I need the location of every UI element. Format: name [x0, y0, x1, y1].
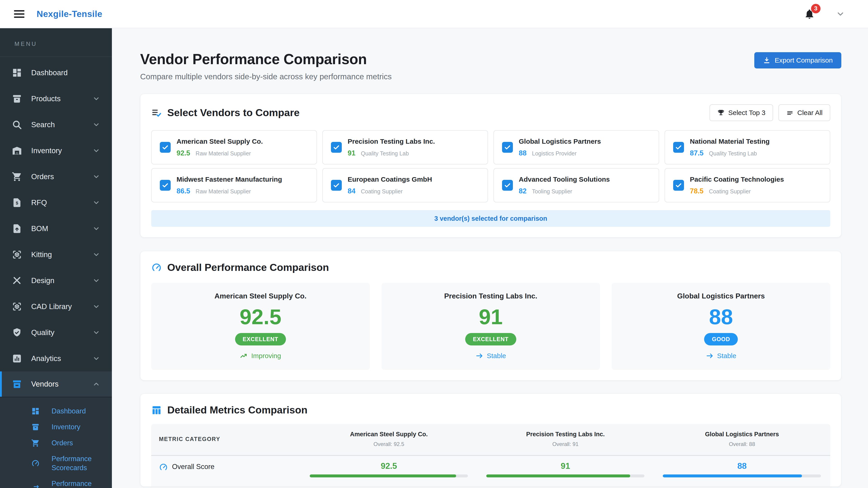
vendor-score: 86.5	[177, 187, 190, 195]
submenu-item-performance-scorecards[interactable]: Performance Scorecards	[0, 451, 112, 476]
overall-score: 88	[616, 306, 826, 328]
submenu-item-label: Performance Scorecards	[52, 454, 103, 473]
progress-bar-fill	[310, 475, 456, 477]
search-icon	[12, 120, 22, 130]
trophy-icon	[717, 109, 725, 117]
check-icon	[161, 143, 169, 151]
rating-badge: EXCELLENT	[235, 333, 286, 346]
gauge-icon	[31, 459, 40, 468]
vendor-select-card[interactable]: Global Logistics Partners 88Logistics Pr…	[493, 130, 659, 164]
vendor-type: Logistics Provider	[532, 150, 577, 157]
sidebar-nav: Dashboard Products Search Inventory Orde…	[0, 57, 112, 371]
vendor-name: Global Logistics Partners	[616, 292, 826, 300]
chevron-down-icon[interactable]	[836, 9, 845, 19]
sidebar-item-label: Analytics	[31, 354, 61, 363]
sidebar-item-orders[interactable]: Orders	[0, 164, 112, 190]
checkbox-checked[interactable]	[673, 142, 684, 153]
sidebar-item-cad-library[interactable]: CAD Library	[0, 293, 112, 320]
chevron-down-icon	[92, 355, 100, 362]
sidebar-item-label: RFQ	[31, 198, 47, 207]
submenu-item-inventory[interactable]: Inventory	[0, 419, 112, 435]
navbar-actions: 3	[804, 8, 854, 20]
progress-bar-fill	[486, 475, 630, 477]
checkbox-checked[interactable]	[160, 180, 170, 191]
cart-icon	[12, 171, 22, 182]
selection-count-banner: 3 vendor(s) selected for comparison	[151, 210, 830, 227]
sidebar-item-rfq[interactable]: $ RFQ	[0, 190, 112, 216]
sidebar-item-vendors-active[interactable]: Vendors	[0, 371, 112, 397]
vendor-score: 91	[348, 149, 355, 157]
export-comparison-label: Export Comparison	[775, 57, 833, 64]
vendor-select-card[interactable]: Midwest Fastener Manufacturing 86.5Raw M…	[151, 168, 317, 202]
sidebar-item-design[interactable]: Design	[0, 267, 112, 293]
submenu-item-label: Performance Comparison	[52, 479, 103, 488]
sidebar-item-label: Products	[31, 94, 61, 103]
sidebar-item-kitting[interactable]: Kitting	[0, 241, 112, 267]
progress-bar	[663, 475, 821, 477]
export-comparison-button[interactable]: Export Comparison	[754, 52, 841, 68]
sidebar-item-search[interactable]: Search	[0, 111, 112, 138]
vendor-select-card[interactable]: Pacific Coating Technologies 78.5Coating…	[664, 168, 830, 202]
overall-score: 91	[386, 306, 596, 328]
design-tools-icon	[12, 275, 22, 286]
submenu-item-label: Orders	[52, 438, 73, 448]
vendor-name: Advanced Tooling Solutions	[519, 175, 610, 183]
checklist-icon	[151, 107, 162, 118]
vendor-score: 92.5	[177, 149, 190, 157]
vendor-select-grid: American Steel Supply Co. 92.5Raw Materi…	[151, 130, 830, 202]
chevron-down-icon	[92, 329, 100, 336]
vendor-score: 78.5	[690, 187, 704, 195]
clear-all-button[interactable]: Clear All	[778, 104, 830, 121]
performance-summary-card: American Steel Supply Co. 92.5 EXCELLENT…	[151, 283, 370, 370]
vendor-column-name: Precision Testing Labs Inc.	[477, 431, 654, 438]
sidebar-item-label: CAD Library	[31, 302, 72, 311]
sidebar-item-label: Search	[31, 121, 55, 129]
rating-badge: EXCELLENT	[465, 333, 516, 346]
sidebar: MENU Dashboard Products Search Inventory	[0, 28, 112, 488]
sidebar-item-analytics[interactable]: Analytics	[0, 346, 112, 371]
page-header: Vendor Performance Comparison Compare mu…	[140, 51, 841, 81]
check-icon	[333, 143, 340, 151]
table-columns-icon	[151, 405, 162, 416]
checkbox-checked[interactable]	[673, 180, 684, 191]
metric-cell: 91	[477, 461, 654, 477]
submenu-item-performance-comparison[interactable]: Performance Comparison	[0, 476, 112, 488]
checkbox-checked[interactable]	[331, 142, 342, 153]
sidebar-item-label: Dashboard	[31, 68, 68, 77]
vendor-select-card[interactable]: European Coatings GmbH 84Coating Supplie…	[322, 168, 488, 202]
sidebar-menu-heading: MENU	[0, 28, 112, 57]
overall-score: 92.5	[156, 306, 365, 328]
metric-row-label-text: Overall Score	[172, 463, 215, 471]
sidebar-item-label: Inventory	[31, 147, 62, 155]
sidebar-item-bom[interactable]: BOM	[0, 216, 112, 241]
vendor-select-card[interactable]: Precision Testing Labs Inc. 91Quality Te…	[322, 130, 488, 164]
performance-summary-card: Precision Testing Labs Inc. 91 EXCELLENT…	[381, 283, 600, 370]
archive-box-icon	[31, 423, 40, 431]
checkbox-checked[interactable]	[502, 142, 513, 153]
sidebar-item-inventory[interactable]: Inventory	[0, 138, 112, 164]
submenu-item-dashboard[interactable]: Dashboard	[0, 403, 112, 419]
notifications-button[interactable]: 3	[804, 8, 815, 20]
vendor-select-card[interactable]: Advanced Tooling Solutions 82Tooling Sup…	[493, 168, 659, 202]
checkbox-checked[interactable]	[331, 180, 342, 191]
metric-value: 92.5	[301, 461, 477, 471]
select-top-3-button[interactable]: Select Top 3	[710, 104, 773, 121]
hamburger-menu-icon[interactable]	[14, 10, 24, 18]
sidebar-item-products[interactable]: Products	[0, 86, 112, 111]
sidebar-item-label: Orders	[31, 172, 54, 181]
brand-logo[interactable]: Nexgile-Tensile	[37, 9, 102, 19]
checkbox-checked[interactable]	[502, 180, 513, 191]
progress-bar	[310, 475, 468, 477]
submenu-item-orders[interactable]: Orders	[0, 435, 112, 451]
vendor-column-header: Precision Testing Labs Inc. Overall: 91	[477, 431, 654, 447]
check-icon	[504, 143, 511, 151]
section-title: Select Vendors to Compare	[167, 107, 300, 119]
vendor-select-card[interactable]: American Steel Supply Co. 92.5Raw Materi…	[151, 130, 317, 164]
sidebar-item-quality[interactable]: Quality	[0, 320, 112, 346]
sidebar-item-dashboard[interactable]: Dashboard	[0, 60, 112, 86]
vendor-select-card[interactable]: National Material Testing 87.5Quality Te…	[664, 130, 830, 164]
checkbox-checked[interactable]	[160, 142, 170, 153]
vendor-column-overall: Overall: 88	[654, 441, 830, 447]
chevron-down-icon	[92, 251, 100, 258]
trend-indicator: Stable	[616, 352, 826, 360]
